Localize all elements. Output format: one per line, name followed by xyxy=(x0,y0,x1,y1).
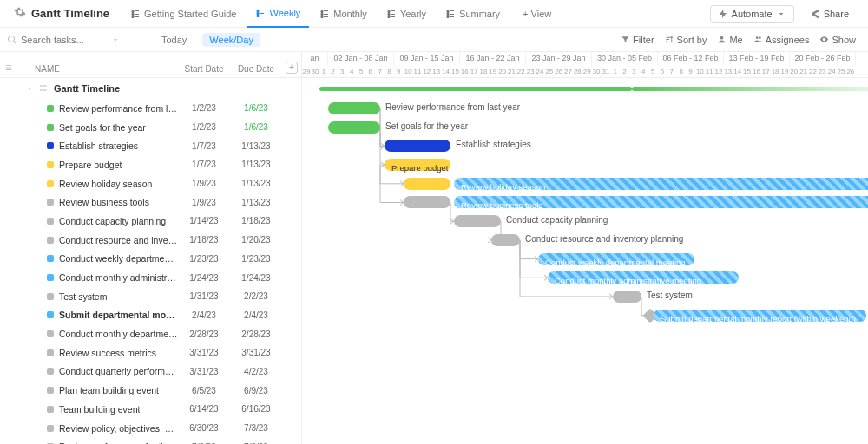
gantt-chart[interactable]: an02 Jan - 08 Jan09 Jan - 15 Jan16 Jan -… xyxy=(302,52,868,444)
gantt-bar[interactable] xyxy=(328,121,380,134)
table-row[interactable]: Prepare budget1/7/231/13/23 xyxy=(0,155,301,174)
status-dot xyxy=(47,161,54,168)
range-button[interactable]: Week/Day xyxy=(202,33,260,47)
assignees-button[interactable]: Assignees xyxy=(753,35,810,45)
table-row[interactable]: Establish strategies1/7/231/13/23 xyxy=(0,136,301,155)
gantt-bar[interactable] xyxy=(613,291,641,303)
status-dot xyxy=(47,311,54,318)
gantt-row: Test system xyxy=(302,287,868,306)
table-row[interactable]: Review policy, objectives, and busi...6/… xyxy=(0,419,301,438)
gantt-bar[interactable]: Conduct weekly departmental meeting xyxy=(538,253,694,265)
bar-label: Submit departmental monthly report (with… xyxy=(661,313,856,325)
table-row[interactable]: Conduct quarterly performance m...3/31/2… xyxy=(0,362,301,382)
table-row[interactable]: Set goals for the year1/2/231/6/23 xyxy=(0,118,301,137)
table-row[interactable]: Review business tools1/9/231/13/23 xyxy=(0,193,301,212)
gantt-bar[interactable] xyxy=(328,102,380,114)
gantt-bar[interactable] xyxy=(385,140,450,152)
task-name: Conduct resource and inventory pl... xyxy=(59,235,178,245)
table-row[interactable]: Submit departmental monthly re...2/4/232… xyxy=(0,306,301,325)
table-row[interactable]: Conduct monthly departmental m...2/28/23… xyxy=(0,324,301,343)
tab-yearly[interactable]: Yearly xyxy=(378,0,435,28)
table-row[interactable]: Conduct weekly departmental me...1/23/23… xyxy=(0,250,301,269)
today-button[interactable]: Today xyxy=(155,33,194,47)
add-view-button[interactable]: + View xyxy=(514,0,560,28)
list-icon xyxy=(445,9,456,19)
table-row[interactable]: Team building event6/14/236/16/23 xyxy=(0,400,301,419)
tab-monthly[interactable]: Monthly xyxy=(311,0,376,28)
start-date: 1/2/23 xyxy=(178,122,230,132)
table-row[interactable]: Conduct resource and inventory pl...1/18… xyxy=(0,231,301,250)
col-due-header[interactable]: Due Date xyxy=(230,64,282,77)
tab-weekly[interactable]: Weekly xyxy=(247,0,309,28)
gantt-bar[interactable] xyxy=(454,215,501,227)
share-button[interactable]: Share xyxy=(803,6,856,22)
due-date: 2/28/23 xyxy=(230,330,282,339)
gantt-bar[interactable] xyxy=(491,234,520,246)
week-header: 20 Feb - 26 Feb xyxy=(790,52,856,65)
tab-getting-started-guide[interactable]: Getting Started Guide xyxy=(122,0,245,28)
due-date: 1/18/23 xyxy=(230,216,282,225)
caret-down-icon xyxy=(26,85,33,92)
table-row[interactable]: Review performance from last year1/2/231… xyxy=(0,99,301,118)
gantt-bar[interactable]: Review holiday season xyxy=(454,178,868,190)
bar-label: Conduct weekly departmental meeting xyxy=(545,257,686,269)
sort-button[interactable]: Sort by xyxy=(665,35,707,45)
gantt-bar[interactable] xyxy=(404,178,450,190)
table-row[interactable]: Review success metrics3/31/233/31/23 xyxy=(0,343,301,362)
tab-summary[interactable]: Summary xyxy=(437,0,509,28)
eye-icon xyxy=(819,35,829,44)
week-header: 13 Feb - 19 Feb xyxy=(724,52,790,65)
add-column-button[interactable]: + xyxy=(282,62,301,77)
col-name-header[interactable]: NAME xyxy=(17,64,178,77)
gantt-bar[interactable] xyxy=(404,196,450,208)
week-header: 16 Jan - 22 Jan xyxy=(460,52,526,65)
due-date: 4/2/23 xyxy=(230,367,282,376)
gantt-bar[interactable]: Conduct monthly administrative meeting xyxy=(548,271,739,284)
table-row[interactable]: Test system1/31/232/2/23 xyxy=(0,287,301,306)
start-date: 1/9/23 xyxy=(178,179,230,188)
task-name: Review success metrics xyxy=(59,348,156,358)
gantt-row: Review business tools xyxy=(302,193,868,212)
due-date: 1/6/23 xyxy=(230,103,282,113)
due-date: 3/31/23 xyxy=(230,348,282,357)
search-input-wrap[interactable] xyxy=(7,35,102,45)
summary-bar-fade xyxy=(632,87,868,91)
list-icon xyxy=(386,9,397,19)
filter-icon xyxy=(621,35,630,44)
gantt-bar[interactable]: Prepare budget xyxy=(385,159,450,171)
bolt-icon xyxy=(718,9,728,19)
gear-icon xyxy=(14,6,26,21)
automate-button[interactable]: Automate xyxy=(710,5,794,23)
due-date: 7/3/23 xyxy=(230,423,282,433)
status-dot xyxy=(47,218,54,225)
bar-label: Review business tools xyxy=(461,199,542,212)
status-dot xyxy=(47,425,54,432)
table-row[interactable]: Review performance for the last 6 ...7/3… xyxy=(0,437,301,444)
collapse-icon[interactable] xyxy=(0,63,17,77)
col-start-header[interactable]: Start Date xyxy=(178,64,230,77)
task-name: Review holiday season xyxy=(59,179,152,189)
gantt-row: Conduct monthly administrative meeting xyxy=(302,268,868,287)
me-button[interactable]: Me xyxy=(717,35,742,45)
table-row[interactable]: Conduct capacity planning1/14/231/18/23 xyxy=(0,212,301,231)
gantt-bar[interactable]: Submit departmental monthly report (with… xyxy=(654,310,866,322)
start-date: 3/31/23 xyxy=(178,348,230,357)
table-row[interactable]: Review holiday season1/9/231/13/23 xyxy=(0,174,301,193)
list-icon xyxy=(255,8,266,18)
table-row[interactable]: Conduct monthly administrative m...1/24/… xyxy=(0,268,301,287)
table-row[interactable]: Plan team building event6/5/236/9/23 xyxy=(0,381,301,400)
view-tabs: Getting Started GuideWeeklyMonthlyYearly… xyxy=(122,0,509,28)
group-row[interactable]: Gantt Timeline xyxy=(0,78,301,99)
list-icon xyxy=(38,83,49,94)
filter-button[interactable]: Filter xyxy=(621,35,654,45)
gantt-bar[interactable]: Review business tools xyxy=(454,196,868,208)
due-date: 1/6/23 xyxy=(230,122,282,132)
status-dot xyxy=(47,255,54,262)
summary-bar xyxy=(319,87,632,91)
search-input[interactable] xyxy=(21,35,99,45)
status-dot xyxy=(47,199,54,206)
task-name: Set goals for the year xyxy=(59,122,146,133)
show-button[interactable]: Show xyxy=(819,35,856,45)
chevron-down-icon[interactable] xyxy=(111,36,120,44)
status-dot xyxy=(47,142,54,149)
